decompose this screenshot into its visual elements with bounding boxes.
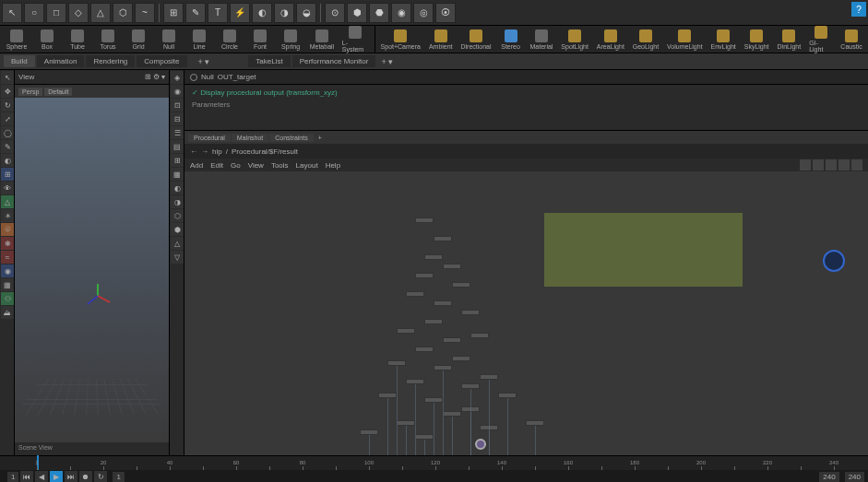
lt-paint-icon[interactable]: ✎ (1, 140, 14, 153)
lt-move-icon[interactable]: ✥ (1, 85, 14, 98)
lt-terrain-icon[interactable]: ⛰ (1, 306, 14, 319)
viewport-3d[interactable] (15, 98, 169, 442)
tool-hex2-icon[interactable]: ⬢ (347, 3, 367, 23)
lt-snap-icon[interactable]: ⊞ (1, 168, 14, 181)
graph-node[interactable] (397, 328, 415, 334)
frame-start[interactable]: 1 (7, 472, 18, 482)
shelf-meta[interactable]: Metaball (306, 29, 338, 51)
nt-d-icon[interactable]: ⊟ (171, 112, 184, 125)
shelf-caus[interactable]: Caustic (837, 29, 866, 51)
mode-build[interactable]: Build (4, 55, 35, 67)
nav-fwd-icon[interactable]: → (201, 147, 208, 156)
shelf-tube[interactable]: Tube (63, 29, 92, 51)
param-checkbox[interactable]: ✓ Display procedural output (transform_x… (192, 88, 861, 97)
shelf-mat[interactable]: Material (527, 29, 557, 51)
shelf-circle[interactable]: Circle (215, 29, 244, 51)
tl-loop-icon[interactable]: ↻ (94, 471, 107, 482)
nt-h-icon[interactable]: ▦ (171, 168, 184, 181)
nt-l-icon[interactable]: ⬢ (171, 223, 184, 236)
path-null[interactable]: Null (201, 73, 214, 81)
nt-g-icon[interactable]: ⊞ (171, 154, 184, 167)
lt-geo-icon[interactable]: △ (1, 195, 14, 208)
shelf-dir[interactable]: Directional (458, 29, 495, 51)
shelf-font[interactable]: Font (245, 29, 275, 51)
graph-node[interactable] (424, 254, 443, 260)
tr-opts-icon[interactable] (851, 159, 862, 170)
frame-end[interactable]: 240 (819, 472, 838, 482)
graph-node[interactable] (452, 356, 470, 361)
shelf-din[interactable]: DinLight (774, 29, 805, 51)
tool-bolt-icon[interactable]: ⚡ (230, 3, 250, 23)
graph-node[interactable] (406, 291, 424, 297)
shelf-geo[interactable]: GeoLight (629, 29, 662, 51)
shelf-gi[interactable]: GI-Light (805, 25, 836, 53)
tool-hex3-icon[interactable]: ⬣ (369, 3, 389, 23)
lt-brush-icon[interactable]: ◐ (1, 154, 14, 167)
tool-tri-icon[interactable]: △ (90, 3, 111, 23)
node-output-ring[interactable] (823, 250, 845, 272)
viewport-icons[interactable]: ⊞ ⚙ ▾ (145, 73, 165, 81)
graph-node[interactable] (461, 310, 480, 315)
shelf-line[interactable]: Line (184, 29, 214, 51)
shelf-cam[interactable]: Spot+Camera (377, 29, 424, 51)
nt-j-icon[interactable]: ◑ (171, 195, 184, 208)
tl-prev-icon[interactable]: ◀ (35, 471, 48, 482)
tool-grid-icon[interactable]: ⊞ (163, 3, 184, 23)
mode-animation[interactable]: Animation (37, 55, 85, 67)
path-hip[interactable]: hip (212, 147, 222, 156)
shelf-area[interactable]: AreaLight (593, 29, 628, 51)
menu-help[interactable]: Help (326, 161, 340, 170)
tl-next-icon[interactable]: ⏭ (65, 471, 77, 482)
menu-tools[interactable]: Tools (271, 161, 289, 170)
lt-rotate-icon[interactable]: ↻ (1, 99, 14, 112)
nt-e-icon[interactable]: ☰ (171, 126, 184, 139)
nt-f-icon[interactable]: ▤ (171, 140, 184, 153)
tool-hex-icon[interactable]: ⬡ (113, 3, 133, 23)
tr-list-icon[interactable] (813, 159, 824, 170)
tool-circle-icon[interactable]: ◎ (413, 3, 434, 23)
shelf-spot[interactable]: SpotLight (557, 29, 592, 51)
tr-tree-icon[interactable] (838, 159, 850, 170)
lt-cloth-icon[interactable]: ▦ (1, 278, 14, 291)
menu-edit[interactable]: Edit (210, 161, 223, 170)
lt-muscle-icon[interactable]: ❋ (1, 237, 14, 250)
shelf-sky[interactable]: SkyLight (741, 29, 773, 51)
subtab-proc[interactable]: Procedural (188, 134, 231, 142)
tool-shade3-icon[interactable]: ◒ (296, 3, 316, 23)
tool-sphere-icon[interactable]: ○ (24, 3, 44, 23)
tool-curve-icon[interactable]: ~ (135, 3, 155, 23)
mode-perf[interactable]: Performance Monitor (292, 55, 376, 67)
tl-play-icon[interactable]: ▶ (50, 471, 63, 482)
graph-node[interactable] (415, 217, 434, 223)
shelf-env[interactable]: EnvLight (707, 29, 740, 51)
lt-fluid-icon[interactable]: ◉ (1, 265, 14, 277)
menu-layout[interactable]: Layout (296, 161, 318, 170)
nt-b-icon[interactable]: ◉ (171, 85, 184, 98)
lt-view-icon[interactable]: 👁 (1, 182, 14, 194)
shelf-vol[interactable]: VolumeLight (663, 29, 706, 51)
tool-box-icon[interactable]: □ (46, 3, 66, 23)
graph-node[interactable] (443, 337, 461, 343)
tool-text-icon[interactable]: T (208, 3, 228, 23)
cam-persp[interactable]: Persp (18, 88, 42, 96)
tool-shade2-icon[interactable]: ◑ (274, 3, 294, 23)
shelf-sphere[interactable]: Sphere (2, 29, 31, 51)
shelf-spring[interactable]: Spring (276, 29, 305, 51)
graph-node[interactable] (434, 300, 452, 306)
tool-pen-icon[interactable]: ✎ (185, 3, 206, 23)
shelf-null[interactable]: Null (154, 29, 184, 51)
menu-view[interactable]: View (248, 161, 264, 170)
nt-m-icon[interactable]: △ (171, 237, 184, 250)
nt-a-icon[interactable]: ◈ (171, 71, 184, 84)
mode-takelist[interactable]: TakeList (248, 55, 290, 67)
graph-node[interactable] (470, 333, 489, 338)
tr-grid-icon[interactable] (826, 159, 837, 170)
graph-node[interactable] (443, 264, 461, 269)
tool-shade1-icon[interactable]: ◐ (252, 3, 272, 23)
lt-fur-icon[interactable]: ≈ (1, 251, 14, 264)
lt-bone-icon[interactable]: ⦾ (1, 223, 14, 236)
shelf-amb[interactable]: Ambient (425, 29, 457, 51)
lt-select-icon[interactable]: ↖ (1, 71, 14, 84)
help-button[interactable]: ? (851, 2, 866, 17)
nav-back-icon[interactable]: ← (190, 147, 197, 156)
